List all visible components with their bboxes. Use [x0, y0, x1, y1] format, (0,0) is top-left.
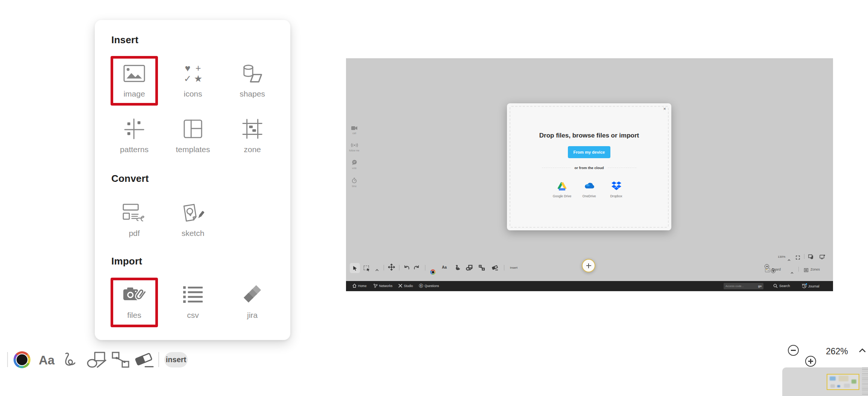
cloud-providers: Google Drive OneDrive Dropbox: [507, 181, 671, 198]
panel-item-templates[interactable]: templates: [170, 115, 215, 154]
undo-button[interactable]: [404, 265, 410, 272]
search-icon: [773, 284, 778, 288]
from-my-device-button[interactable]: From my device: [568, 146, 610, 158]
chevron-up-icon[interactable]: [791, 269, 794, 275]
home-icon: [352, 284, 357, 288]
board-label[interactable]: Board: [772, 268, 781, 271]
zoom-level: 262%: [826, 346, 848, 357]
zoom-in-button[interactable]: [805, 356, 816, 367]
call-tool[interactable]: call: [346, 125, 363, 135]
section-title-import: Import: [111, 255, 142, 267]
select-tool-active[interactable]: [350, 263, 360, 273]
text-tool[interactable]: Aa: [442, 265, 447, 269]
color-wheel-tool[interactable]: [430, 269, 436, 275]
screen-share-icon[interactable]: [819, 254, 825, 261]
nav-questions[interactable]: E Questions: [419, 284, 439, 288]
add-fab-button[interactable]: [582, 259, 595, 272]
move-tool[interactable]: [388, 264, 395, 272]
zones-icon: [804, 268, 809, 272]
vote-tool[interactable]: vote: [346, 160, 363, 169]
image-icon: [112, 59, 157, 87]
google-drive-icon: [557, 181, 567, 190]
chevron-up-icon[interactable]: [788, 256, 791, 263]
bottom-nav-bar: Home Networks Studio E Questions Access …: [346, 281, 833, 291]
files-icon: [112, 281, 157, 308]
connector-tool[interactable]: [479, 265, 485, 272]
icons-icon: ♥ + ✓ ★: [170, 59, 215, 87]
divider-line: [542, 168, 571, 168]
redo-button[interactable]: [414, 265, 420, 272]
cursor-icon: [353, 266, 357, 271]
shapes-tool[interactable]: [86, 352, 107, 370]
section-title-convert: Convert: [111, 173, 149, 184]
modal-title: Drop files, browse files or import: [507, 132, 671, 139]
text-tool[interactable]: Aa: [39, 353, 55, 367]
minimap[interactable]: [782, 367, 868, 396]
nav-journal[interactable]: Journal: [802, 284, 819, 289]
vote-bubble-icon: [352, 160, 357, 165]
patterns-icon: [112, 115, 157, 143]
studio-icon: [398, 284, 402, 288]
board-search-icon[interactable]: [808, 254, 813, 261]
board-icon: [765, 268, 770, 272]
nav-search[interactable]: Search: [773, 284, 790, 288]
shapes-tool[interactable]: [466, 265, 473, 272]
jira-icon: [230, 281, 275, 308]
close-icon[interactable]: ×: [663, 106, 666, 111]
panel-item-patterns[interactable]: patterns: [112, 115, 157, 154]
dropbox-button[interactable]: Dropbox: [605, 181, 628, 198]
fullscreen-icon[interactable]: [796, 254, 800, 261]
panel-item-sketch[interactable]: sketch: [170, 199, 215, 238]
chevron-up-icon[interactable]: [859, 347, 866, 354]
zoom-out-button[interactable]: [788, 345, 799, 356]
insert-button[interactable]: Insert: [510, 266, 517, 269]
divider-line: [608, 168, 636, 168]
video-call-icon: [351, 126, 358, 130]
timer-icon: [352, 178, 357, 183]
eraser-tool[interactable]: [135, 352, 154, 370]
nav-studio[interactable]: Studio: [398, 284, 413, 288]
panel-item-icons[interactable]: ♥ + ✓ ★ icons: [170, 59, 215, 98]
templates-icon: [170, 115, 215, 143]
sketch-icon: [170, 199, 215, 227]
panel-item-csv[interactable]: csv: [170, 281, 215, 320]
toolbar-divider: [7, 352, 8, 367]
panel-item-zone[interactable]: zone: [230, 115, 275, 154]
board-button[interactable]: [765, 267, 770, 274]
insert-button[interactable]: insert: [164, 352, 188, 367]
zoom-level: 130%: [778, 255, 785, 258]
panel-item-jira[interactable]: jira: [230, 281, 275, 320]
eraser-tool[interactable]: [492, 265, 498, 272]
onedrive-button[interactable]: OneDrive: [578, 181, 601, 198]
pen-tool[interactable]: [455, 265, 461, 272]
minimap-viewport[interactable]: [827, 374, 859, 390]
nav-networks[interactable]: Networks: [373, 284, 392, 288]
marquee-select-tool[interactable]: [364, 266, 369, 270]
color-wheel-tool[interactable]: [14, 351, 30, 368]
access-code-input[interactable]: Access code... go: [724, 283, 763, 289]
zones-button[interactable]: [804, 267, 809, 274]
chevron-up-icon[interactable]: [375, 266, 379, 273]
plus-icon: [586, 263, 591, 268]
zones-label[interactable]: Zones: [810, 268, 820, 271]
panel-item-files[interactable]: files: [112, 281, 157, 320]
shapes-icon: [230, 59, 275, 87]
dropbox-icon: [612, 181, 621, 190]
pdf-icon: [112, 199, 157, 227]
questions-icon: E: [419, 284, 423, 288]
onedrive-icon: [583, 181, 595, 190]
time-tool[interactable]: time: [346, 178, 363, 187]
pen-tool[interactable]: [62, 352, 79, 369]
minimap-page-lines: [862, 367, 868, 396]
upload-modal: × Drop files, browse files or import Fro…: [507, 103, 671, 230]
connector-tool[interactable]: [112, 352, 130, 370]
panel-item-image[interactable]: image: [112, 59, 157, 98]
go-button[interactable]: go: [758, 284, 762, 288]
nav-home[interactable]: Home: [352, 284, 367, 288]
broadcast-icon: [351, 143, 358, 148]
panel-item-shapes[interactable]: shapes: [230, 59, 275, 98]
google-drive-button[interactable]: Google Drive: [551, 181, 574, 198]
panel-item-pdf[interactable]: pdf: [112, 199, 157, 238]
csv-icon: [170, 281, 215, 308]
follow-me-tool[interactable]: follow me: [346, 142, 363, 152]
